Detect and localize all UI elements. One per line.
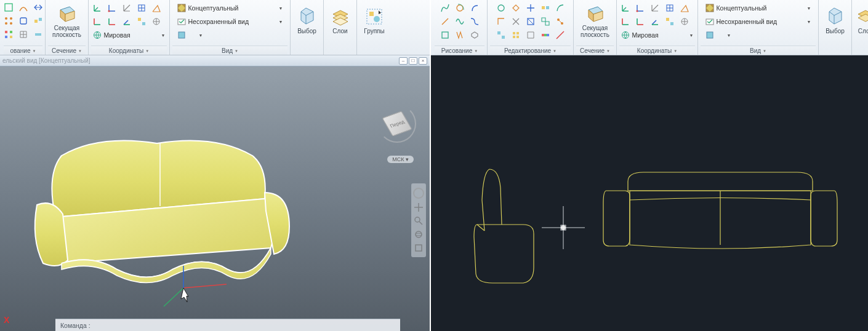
edit-tool-icon[interactable] (553, 2, 567, 14)
draw-tool-icon[interactable] (17, 1, 30, 14)
steering-wheel-icon[interactable] (413, 188, 424, 199)
svg-rect-47 (542, 34, 544, 36)
select-button[interactable]: Выбор (290, 1, 324, 41)
ucs-tool-icon[interactable] (663, 15, 677, 28)
ucs-tool-icon[interactable] (648, 2, 662, 14)
ucs-tool-icon[interactable] (633, 2, 647, 14)
ucs-tool-icon[interactable] (619, 15, 632, 28)
section-plane-button[interactable]: Секущая плоскость (50, 1, 84, 41)
minimize-icon[interactable]: – (399, 57, 408, 65)
viewport-2d[interactable] (431, 55, 868, 331)
named-view-dropdown[interactable]: Несохраненный вид▼ (175, 15, 286, 28)
orbit-icon[interactable] (414, 229, 424, 239)
ucs-tool-icon[interactable] (678, 2, 691, 14)
edit-tool-icon[interactable] (553, 29, 567, 41)
panel-title-label: Координаты (109, 47, 143, 54)
draw-tool-icon[interactable] (453, 15, 467, 28)
visual-style-dropdown[interactable]: Концептуальный▼ (175, 2, 286, 14)
pan-icon[interactable] (414, 202, 424, 212)
svg-rect-6 (34, 20, 38, 23)
ucs-tool-icon[interactable] (663, 2, 677, 14)
svg-rect-15 (138, 18, 141, 21)
ucs-tool-icon[interactable] (90, 2, 104, 14)
viewport-3d[interactable]: Перед МСК ▾ X Команда : (0, 66, 430, 331)
layers-button[interactable]: Слои (853, 1, 868, 41)
edit-tool-icon[interactable] (494, 29, 508, 41)
world-ucs-dropdown[interactable]: Мировая ▼ (90, 29, 168, 41)
draw-tool-icon[interactable] (438, 15, 452, 28)
view-misc-dropdown[interactable]: ▼ (175, 29, 206, 41)
svg-rect-23 (369, 12, 374, 16)
draw-tool-icon[interactable] (468, 2, 481, 14)
ucs-tool-icon[interactable] (619, 2, 632, 14)
ucs-tool-icon[interactable] (90, 15, 104, 28)
draw-tool-icon[interactable] (2, 1, 15, 14)
command-line[interactable]: Команда : (55, 319, 400, 331)
view-misc-dropdown[interactable]: ▼ (703, 29, 734, 41)
edit-tool-icon[interactable] (539, 15, 552, 28)
edit-tool-icon[interactable] (524, 15, 537, 28)
navigation-bar[interactable] (411, 183, 426, 257)
select-button[interactable]: Выбор (818, 1, 853, 41)
svg-point-13 (108, 10, 110, 12)
groups-button[interactable]: Группы (357, 1, 392, 41)
svg-rect-36 (542, 6, 545, 9)
nav-tool-icon[interactable] (414, 243, 424, 253)
draw-tool-icon[interactable] (17, 15, 30, 27)
ucs-tool-icon[interactable] (135, 2, 148, 14)
panel-title-label: Координаты (637, 47, 672, 54)
ucs-tool-icon[interactable] (135, 15, 148, 28)
draw-tool-icon[interactable] (2, 28, 15, 41)
edit-tool-icon[interactable] (509, 2, 523, 14)
svg-rect-5 (20, 18, 26, 24)
ucs-tool-icon[interactable] (150, 2, 163, 14)
ribbon-right: Рисование▼ (431, 0, 868, 55)
maximize-icon[interactable]: □ (409, 57, 417, 65)
edit-tool-icon[interactable] (494, 2, 508, 14)
ucs-tool-icon[interactable] (648, 15, 662, 28)
edit-tool-icon[interactable] (539, 2, 552, 14)
named-view-dropdown[interactable]: Несохраненный вид▼ (703, 15, 814, 28)
edit-tool-icon[interactable] (509, 29, 523, 41)
world-ucs-dropdown[interactable]: Мировая▼ (619, 29, 696, 41)
ucs-tool-icon[interactable] (678, 15, 691, 28)
viewcube[interactable]: Перед (383, 110, 411, 138)
edit-tool-icon[interactable] (553, 15, 567, 28)
edit-tool-icon[interactable] (509, 15, 523, 28)
edit-tool-icon[interactable] (539, 29, 552, 41)
edit-tool-icon[interactable] (524, 2, 537, 14)
draw-tool-icon[interactable] (31, 28, 45, 41)
ucs-tool-icon[interactable] (633, 15, 647, 28)
svg-point-35 (498, 5, 504, 11)
ucs-tool-icon[interactable] (120, 2, 134, 14)
draw-tool-icon[interactable] (2, 15, 15, 27)
draw-tool-icon[interactable] (31, 1, 45, 14)
draw-tool-icon[interactable] (31, 15, 45, 27)
svg-rect-21 (179, 32, 185, 38)
ucs-tool-icon[interactable] (120, 15, 134, 28)
svg-rect-48 (544, 34, 547, 36)
draw-tool-icon[interactable] (468, 15, 481, 28)
edit-tool-icon[interactable] (494, 15, 508, 28)
svg-point-50 (636, 10, 638, 12)
layers-button[interactable]: Слои (323, 1, 358, 41)
svg-rect-44 (513, 36, 515, 38)
edit-tool-icon[interactable] (524, 29, 537, 41)
draw-tool-icon[interactable] (17, 28, 30, 41)
svg-rect-46 (516, 36, 519, 38)
ucs-tool-icon[interactable] (105, 2, 119, 14)
draw-tool-icon[interactable] (453, 2, 467, 14)
svg-rect-16 (142, 22, 145, 25)
zoom-icon[interactable] (414, 216, 424, 226)
ucs-tool-icon[interactable] (150, 15, 163, 28)
ucs-tool-icon[interactable] (105, 15, 119, 28)
draw-tool-icon[interactable] (468, 29, 481, 41)
section-plane-button[interactable]: Секущая плоскость (578, 1, 613, 41)
visual-style-dropdown[interactable]: Концептуальный▼ (703, 2, 814, 14)
close-icon[interactable]: × (419, 57, 427, 65)
draw-tool-icon[interactable] (438, 29, 452, 41)
draw-tool-icon[interactable] (438, 2, 452, 14)
draw-tool-icon[interactable] (453, 29, 467, 41)
svg-point-1 (5, 17, 7, 20)
coord-system-toggle[interactable]: МСК ▾ (387, 156, 414, 163)
